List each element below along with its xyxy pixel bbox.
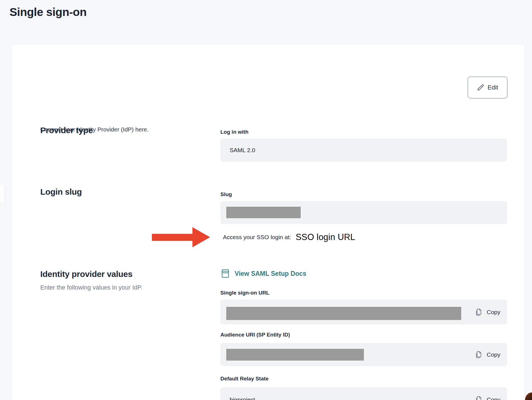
redacted-slug-value xyxy=(226,207,301,218)
slug-label: Slug xyxy=(220,191,232,197)
sso-url-label: Single sign-on URL xyxy=(220,290,269,296)
login-with-label: Log in with xyxy=(220,129,248,135)
pencil-icon xyxy=(477,84,484,91)
document-icon xyxy=(221,269,230,278)
sso-settings-card: Connect your Identity Provider (IdP) her… xyxy=(11,44,525,400)
copy-icon xyxy=(475,396,483,400)
view-saml-docs-link[interactable]: View SAML Setup Docs xyxy=(221,269,306,278)
annotation-arrow-icon xyxy=(152,227,210,248)
edit-button-label: Edit xyxy=(488,84,498,91)
corner-annotation-fragment xyxy=(525,392,532,400)
slug-field xyxy=(220,201,507,224)
sso-url-field: Copy xyxy=(220,300,507,324)
provider-type-value: SAML 2.0 xyxy=(230,147,255,154)
copy-icon xyxy=(475,350,483,359)
audience-uri-label: Audience URI (SP Entity ID) xyxy=(220,332,290,338)
default-relay-state-field: bigproject Copy xyxy=(220,387,507,400)
audience-uri-field: Copy xyxy=(220,343,507,366)
sidebar-drawer-handle[interactable] xyxy=(0,184,5,204)
copy-icon xyxy=(475,308,483,316)
copy-audience-uri-button[interactable]: Copy xyxy=(475,350,500,359)
edit-button[interactable]: Edit xyxy=(468,77,507,98)
copy-button-label: Copy xyxy=(487,309,500,316)
copy-button-label: Copy xyxy=(487,351,500,358)
access-login-prefix: Access your SSO login at: xyxy=(223,234,291,241)
idp-values-heading: Identity provider values xyxy=(40,269,133,279)
view-saml-docs-label: View SAML Setup Docs xyxy=(235,270,306,277)
page-title: Single sign-on xyxy=(10,6,86,19)
sso-login-url-annotation: SSO login URL xyxy=(296,232,355,242)
copy-button-label: Copy xyxy=(487,396,500,400)
redacted-audience-uri-value xyxy=(226,349,364,361)
sso-settings-page: Single sign-on Connect your Identity Pro… xyxy=(0,0,532,400)
provider-type-field: SAML 2.0 xyxy=(220,138,507,162)
idp-values-subheading: Enter the following values in your IdP. xyxy=(40,284,142,291)
redacted-sso-url-value xyxy=(226,307,461,320)
default-relay-state-label: Default Relay State xyxy=(220,376,269,382)
default-relay-state-value: bigproject xyxy=(230,396,255,400)
login-slug-heading: Login slug xyxy=(40,187,82,197)
access-login-row: Access your SSO login at: SSO login URL xyxy=(223,230,355,244)
copy-relay-state-button[interactable]: Copy xyxy=(475,396,500,400)
copy-sso-url-button[interactable]: Copy xyxy=(475,308,500,316)
provider-type-heading: Provider type xyxy=(40,126,93,135)
